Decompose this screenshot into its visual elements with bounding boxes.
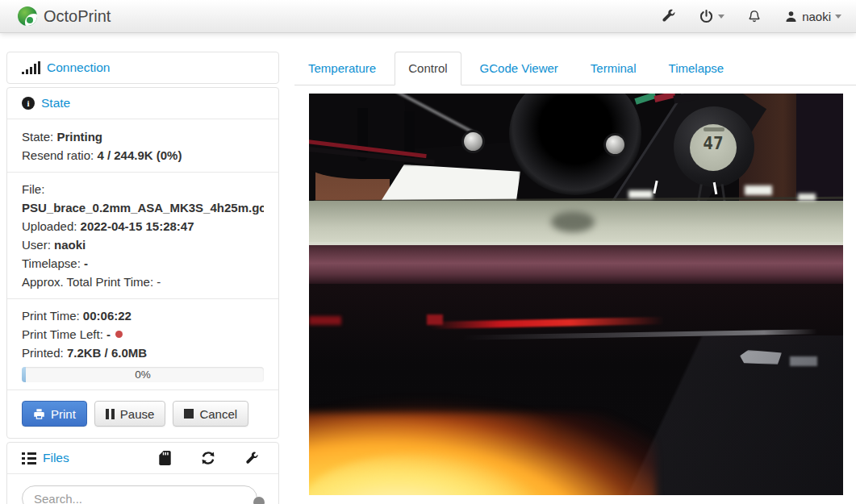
state-row: State: Printing bbox=[22, 127, 264, 146]
files-panel-body bbox=[7, 473, 278, 504]
progress-percent: 0% bbox=[22, 367, 264, 382]
brand[interactable]: OctoPrint bbox=[0, 6, 111, 26]
webcam-red-led-spot bbox=[309, 316, 341, 325]
print-controls: Print Pause Cancel bbox=[22, 401, 264, 427]
state-label: State: bbox=[22, 130, 53, 144]
state-panel-body: State: Printing Resend ratio: 4 / 244.9K… bbox=[7, 119, 278, 438]
webcam-bed-frame-band bbox=[309, 245, 843, 285]
octoprint-logo-icon bbox=[18, 6, 37, 26]
estimate-quality-red-dot bbox=[115, 331, 123, 338]
approx-total-row: Approx. Total Print Time: - bbox=[22, 273, 264, 291]
notifications-button[interactable] bbox=[747, 9, 762, 24]
files-panel-header[interactable]: Files bbox=[7, 443, 278, 473]
tab-timelapse[interactable]: Timelapse bbox=[655, 52, 738, 85]
sd-card-icon[interactable] bbox=[159, 451, 171, 465]
print-time-left-label: Print Time Left: bbox=[22, 327, 103, 341]
settings-button[interactable] bbox=[662, 9, 676, 23]
connection-panel-title[interactable]: Connection bbox=[47, 60, 110, 75]
print-time-left-value: - bbox=[106, 327, 111, 341]
webcam-gauge-reading: 47 bbox=[690, 134, 737, 153]
tab-gcode-viewer[interactable]: GCode Viewer bbox=[466, 52, 572, 85]
sidebar: Connection i State State: Printing Resen… bbox=[6, 52, 279, 504]
timelapse-label: Timelapse: bbox=[22, 256, 81, 270]
file-search-input[interactable] bbox=[22, 485, 257, 504]
printed-label: Printed: bbox=[22, 346, 64, 360]
wrench-icon bbox=[662, 9, 676, 23]
power-icon bbox=[699, 9, 714, 24]
tab-control[interactable]: Control bbox=[395, 52, 461, 85]
divider bbox=[7, 172, 278, 173]
cancel-button-label: Cancel bbox=[199, 407, 237, 421]
print-time-row: Print Time: 00:06:22 bbox=[22, 306, 264, 325]
webcam-red-wire bbox=[653, 94, 675, 102]
tab-temperature[interactable]: Temperature bbox=[294, 52, 390, 85]
print-time-label: Print Time: bbox=[22, 309, 80, 323]
divider bbox=[7, 298, 278, 299]
top-navbar: OctoPrint naoki bbox=[0, 0, 856, 33]
file-label-row: File: bbox=[22, 180, 264, 198]
user-label: User: bbox=[22, 238, 51, 252]
print-progress-bar: 0% bbox=[22, 367, 264, 382]
wrench-icon[interactable] bbox=[245, 452, 259, 465]
printer-icon bbox=[33, 408, 45, 420]
timelapse-value: - bbox=[84, 256, 88, 270]
caret-down-icon bbox=[718, 15, 724, 19]
files-panel: Files bbox=[6, 442, 279, 504]
user-row: User: naoki bbox=[22, 235, 264, 254]
print-time-value: 00:06:22 bbox=[83, 309, 132, 323]
user-name: naoki bbox=[802, 10, 831, 23]
main-content: Temperature Control GCode Viewer Termina… bbox=[294, 52, 856, 495]
info-circle-icon: i bbox=[22, 97, 35, 110]
user-menu-button[interactable]: naoki bbox=[784, 10, 841, 23]
connection-panel-header[interactable]: Connection bbox=[7, 52, 278, 83]
file-name: PSU_brace_0.2mm_ASA_MK3S_4h25m.gcode bbox=[22, 198, 264, 217]
webcam-screw bbox=[464, 132, 482, 151]
uploaded-label: Uploaded: bbox=[22, 219, 77, 233]
approx-value: - bbox=[157, 275, 161, 289]
bell-icon bbox=[747, 9, 762, 24]
caret-down-icon bbox=[835, 15, 841, 19]
webcam-green-wire bbox=[634, 94, 656, 105]
uploaded-row: Uploaded: 2022-04-15 15:28:47 bbox=[22, 217, 264, 235]
connection-panel: Connection bbox=[6, 52, 279, 84]
refresh-icon[interactable] bbox=[201, 451, 215, 465]
file-label: File: bbox=[22, 182, 44, 196]
uploaded-value: 2022-04-15 15:28:47 bbox=[81, 219, 194, 233]
print-button[interactable]: Print bbox=[22, 401, 87, 427]
state-panel: i State State: Printing Resend ratio: 4 … bbox=[6, 87, 279, 439]
cancel-button[interactable]: Cancel bbox=[173, 401, 248, 427]
webcam-bed-glint bbox=[745, 185, 772, 195]
printed-row: Printed: 7.2KB / 6.0MB bbox=[22, 344, 264, 362]
control-tab-content: 47 bbox=[294, 85, 856, 495]
printed-value: 7.2KB / 6.0MB bbox=[67, 346, 147, 360]
files-toolbar bbox=[159, 451, 264, 465]
user-value: naoki bbox=[54, 238, 86, 252]
resend-ratio-row: Resend ratio: 4 / 244.9K (0%) bbox=[22, 146, 264, 165]
state-panel-title[interactable]: State bbox=[41, 96, 70, 110]
divider bbox=[7, 389, 278, 390]
navbar-actions: naoki bbox=[662, 9, 856, 24]
user-icon bbox=[784, 10, 798, 23]
tab-terminal[interactable]: Terminal bbox=[577, 52, 650, 85]
webcam-bed-smudge bbox=[551, 211, 595, 232]
signal-bars-icon bbox=[22, 62, 40, 74]
webcam-stream: 47 bbox=[309, 94, 843, 495]
pause-button[interactable]: Pause bbox=[94, 401, 166, 427]
pause-icon bbox=[106, 409, 115, 419]
stop-icon bbox=[184, 409, 194, 419]
resend-value: 4 / 244.9K (0%) bbox=[97, 148, 182, 162]
webcam-gauge-lcd-top bbox=[704, 127, 724, 131]
approx-label: Approx. Total Print Time: bbox=[22, 275, 153, 289]
webcam-screw bbox=[606, 135, 624, 154]
brand-title: OctoPrint bbox=[44, 7, 111, 26]
power-menu-button[interactable] bbox=[699, 9, 724, 24]
files-panel-title[interactable]: Files bbox=[43, 451, 69, 465]
state-panel-header[interactable]: i State bbox=[7, 88, 278, 119]
webcam-bed-glint bbox=[628, 190, 653, 198]
list-icon bbox=[22, 452, 36, 464]
scroll-handle[interactable] bbox=[253, 497, 265, 504]
webcam-red-led-spot bbox=[427, 314, 443, 325]
webcam-bed-glint bbox=[798, 194, 816, 201]
tab-bar: Temperature Control GCode Viewer Termina… bbox=[294, 52, 856, 85]
state-value: Printing bbox=[56, 130, 102, 144]
